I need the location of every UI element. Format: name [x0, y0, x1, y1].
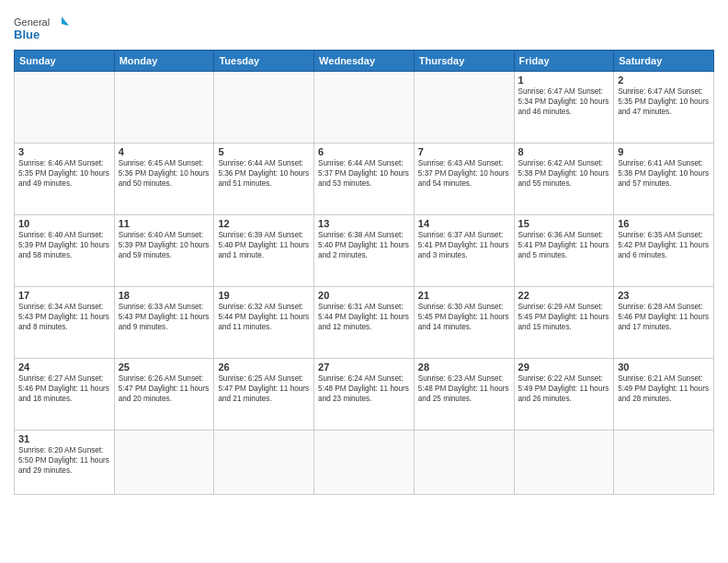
day-info: Sunrise: 6:33 AM Sunset: 5:43 PM Dayligh…: [119, 302, 210, 332]
svg-text:General: General: [14, 17, 50, 28]
calendar-cell: 10Sunrise: 6:40 AM Sunset: 5:39 PM Dayli…: [15, 215, 115, 287]
day-number: 28: [418, 362, 510, 373]
calendar-cell: 6Sunrise: 6:44 AM Sunset: 5:37 PM Daylig…: [314, 144, 415, 215]
day-number: 29: [518, 362, 610, 373]
calendar-cell: 11Sunrise: 6:40 AM Sunset: 5:39 PM Dayli…: [114, 215, 214, 287]
day-info: Sunrise: 6:24 AM Sunset: 5:48 PM Dayligh…: [318, 373, 410, 404]
logo: General Blue: [14, 13, 69, 46]
day-number: 31: [18, 433, 110, 444]
calendar-cell: 18Sunrise: 6:33 AM Sunset: 5:43 PM Dayli…: [114, 287, 214, 359]
day-info: Sunrise: 6:32 AM Sunset: 5:44 PM Dayligh…: [218, 302, 310, 332]
calendar-cell: [614, 431, 714, 495]
calendar-cell: 13Sunrise: 6:38 AM Sunset: 5:40 PM Dayli…: [314, 215, 415, 287]
calendar-cell: [414, 72, 514, 144]
day-number: 5: [218, 146, 310, 157]
day-info: Sunrise: 6:37 AM Sunset: 5:41 PM Dayligh…: [418, 230, 510, 260]
day-number: 11: [119, 218, 210, 229]
day-info: Sunrise: 6:27 AM Sunset: 5:46 PM Dayligh…: [18, 373, 110, 404]
header-tuesday: Tuesday: [214, 51, 314, 72]
calendar-cell: 4Sunrise: 6:45 AM Sunset: 5:36 PM Daylig…: [114, 144, 214, 215]
calendar-cell: [514, 431, 614, 495]
calendar-cell: [314, 72, 415, 144]
header-sunday: Sunday: [15, 51, 115, 72]
calendar-cell: 3Sunrise: 6:46 AM Sunset: 5:35 PM Daylig…: [15, 144, 115, 215]
day-number: 16: [618, 218, 710, 229]
day-number: 4: [119, 146, 210, 157]
calendar-cell: 15Sunrise: 6:36 AM Sunset: 5:41 PM Dayli…: [514, 215, 614, 287]
day-info: Sunrise: 6:40 AM Sunset: 5:39 PM Dayligh…: [18, 230, 110, 260]
header-saturday: Saturday: [614, 51, 714, 72]
day-info: Sunrise: 6:44 AM Sunset: 5:37 PM Dayligh…: [318, 158, 410, 189]
calendar-cell: 7Sunrise: 6:43 AM Sunset: 5:37 PM Daylig…: [414, 144, 514, 215]
calendar-cell: 9Sunrise: 6:41 AM Sunset: 5:38 PM Daylig…: [614, 144, 714, 215]
day-info: Sunrise: 6:26 AM Sunset: 5:47 PM Dayligh…: [119, 373, 210, 404]
calendar-cell: 21Sunrise: 6:30 AM Sunset: 5:45 PM Dayli…: [414, 287, 514, 359]
day-info: Sunrise: 6:47 AM Sunset: 5:35 PM Dayligh…: [618, 86, 710, 117]
logo-svg: General Blue: [14, 13, 69, 46]
calendar-table: SundayMondayTuesdayWednesdayThursdayFrid…: [14, 50, 714, 495]
day-info: Sunrise: 6:36 AM Sunset: 5:41 PM Dayligh…: [518, 230, 610, 260]
calendar-cell: 31Sunrise: 6:20 AM Sunset: 5:50 PM Dayli…: [15, 431, 115, 495]
day-number: 14: [418, 218, 510, 229]
day-info: Sunrise: 6:47 AM Sunset: 5:34 PM Dayligh…: [518, 86, 610, 117]
day-info: Sunrise: 6:43 AM Sunset: 5:37 PM Dayligh…: [418, 158, 510, 189]
page: General Blue SundayMondayTuesdayWednesda…: [0, 0, 728, 563]
day-number: 2: [618, 75, 710, 86]
day-number: 7: [418, 146, 510, 157]
calendar-cell: 12Sunrise: 6:39 AM Sunset: 5:40 PM Dayli…: [214, 215, 314, 287]
day-number: 12: [218, 218, 310, 229]
calendar-cell: [214, 431, 314, 495]
calendar-cell: 28Sunrise: 6:23 AM Sunset: 5:48 PM Dayli…: [414, 359, 514, 431]
calendar-cell: 25Sunrise: 6:26 AM Sunset: 5:47 PM Dayli…: [114, 359, 214, 431]
day-info: Sunrise: 6:31 AM Sunset: 5:44 PM Dayligh…: [318, 302, 410, 332]
day-info: Sunrise: 6:25 AM Sunset: 5:47 PM Dayligh…: [218, 373, 310, 404]
calendar-cell: [15, 72, 115, 144]
calendar-cell: [114, 72, 214, 144]
calendar-header-row: SundayMondayTuesdayWednesdayThursdayFrid…: [15, 51, 714, 72]
header: General Blue: [14, 9, 714, 46]
day-info: Sunrise: 6:42 AM Sunset: 5:38 PM Dayligh…: [518, 158, 610, 189]
day-number: 6: [318, 146, 410, 157]
calendar-cell: 22Sunrise: 6:29 AM Sunset: 5:45 PM Dayli…: [514, 287, 614, 359]
day-info: Sunrise: 6:45 AM Sunset: 5:36 PM Dayligh…: [119, 158, 210, 189]
calendar-cell: 27Sunrise: 6:24 AM Sunset: 5:48 PM Dayli…: [314, 359, 415, 431]
calendar-cell: [114, 431, 214, 495]
day-info: Sunrise: 6:28 AM Sunset: 5:46 PM Dayligh…: [618, 302, 710, 332]
day-number: 17: [18, 290, 110, 301]
header-wednesday: Wednesday: [314, 51, 415, 72]
calendar-cell: [414, 431, 514, 495]
day-number: 19: [218, 290, 310, 301]
calendar-cell: 5Sunrise: 6:44 AM Sunset: 5:36 PM Daylig…: [214, 144, 314, 215]
day-info: Sunrise: 6:23 AM Sunset: 5:48 PM Dayligh…: [418, 373, 510, 404]
day-number: 1: [518, 75, 610, 86]
day-number: 18: [119, 290, 210, 301]
calendar-cell: 19Sunrise: 6:32 AM Sunset: 5:44 PM Dayli…: [214, 287, 314, 359]
calendar-cell: 8Sunrise: 6:42 AM Sunset: 5:38 PM Daylig…: [514, 144, 614, 215]
day-info: Sunrise: 6:35 AM Sunset: 5:42 PM Dayligh…: [618, 230, 710, 260]
day-number: 25: [119, 362, 210, 373]
day-number: 3: [18, 146, 110, 157]
day-number: 26: [218, 362, 310, 373]
day-number: 10: [18, 218, 110, 229]
day-info: Sunrise: 6:21 AM Sunset: 5:49 PM Dayligh…: [618, 373, 710, 404]
calendar-cell: 29Sunrise: 6:22 AM Sunset: 5:49 PM Dayli…: [514, 359, 614, 431]
day-number: 23: [618, 290, 710, 301]
calendar-cell: 16Sunrise: 6:35 AM Sunset: 5:42 PM Dayli…: [614, 215, 714, 287]
day-info: Sunrise: 6:22 AM Sunset: 5:49 PM Dayligh…: [518, 373, 610, 404]
calendar-cell: [214, 72, 314, 144]
day-info: Sunrise: 6:40 AM Sunset: 5:39 PM Dayligh…: [119, 230, 210, 260]
day-number: 30: [618, 362, 710, 373]
day-number: 20: [318, 290, 410, 301]
day-number: 22: [518, 290, 610, 301]
day-info: Sunrise: 6:46 AM Sunset: 5:35 PM Dayligh…: [18, 158, 110, 189]
day-info: Sunrise: 6:39 AM Sunset: 5:40 PM Dayligh…: [218, 230, 310, 260]
svg-marker-2: [62, 17, 69, 26]
day-info: Sunrise: 6:44 AM Sunset: 5:36 PM Dayligh…: [218, 158, 310, 189]
day-info: Sunrise: 6:30 AM Sunset: 5:45 PM Dayligh…: [418, 302, 510, 332]
day-number: 9: [618, 146, 710, 157]
calendar-cell: 26Sunrise: 6:25 AM Sunset: 5:47 PM Dayli…: [214, 359, 314, 431]
header-friday: Friday: [514, 51, 614, 72]
header-monday: Monday: [114, 51, 214, 72]
day-number: 27: [318, 362, 410, 373]
day-number: 8: [518, 146, 610, 157]
